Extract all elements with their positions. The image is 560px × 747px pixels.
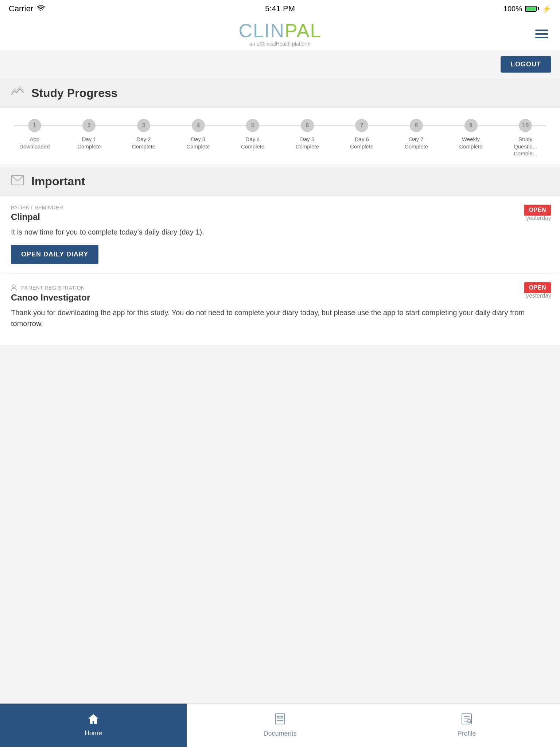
svg-rect-6 (277, 720, 283, 721)
step-2: 2 Day 1Complete (62, 119, 117, 150)
step-label-3: Day 2Complete (132, 136, 155, 150)
open-badge-1: OPEN (524, 205, 551, 216)
step-3: 3 Day 2Complete (116, 119, 171, 150)
timeline-track: 1 AppDownloaded 2 Day 1Complete 3 Day 2C… (7, 119, 553, 157)
step-circle-10: 10 (519, 119, 532, 132)
battery-percentage: 100% (503, 5, 522, 13)
message-card-2: OPEN PATIENT REGISTRATION Canoo Investig… (0, 274, 560, 345)
message-time-1: yesterday (526, 215, 551, 221)
step-label-6: Day 5Complete (296, 136, 319, 150)
step-circle-2: 2 (82, 119, 96, 132)
important-section: Important OPEN PATIENT REMINDER Clinpal … (0, 167, 560, 345)
step-circle-5: 5 (246, 119, 259, 132)
hamburger-line-1 (535, 30, 548, 31)
hamburger-button[interactable] (532, 27, 551, 41)
logout-bar: LOGOUT (0, 50, 560, 78)
step-7: 7 Day 6Complete (335, 119, 389, 150)
battery-icon (525, 6, 539, 12)
svg-rect-4 (280, 716, 283, 717)
profile-icon (461, 713, 472, 728)
tab-home[interactable]: Home (0, 704, 187, 747)
status-carrier: Carrier (9, 4, 45, 13)
message-tag-1: PATIENT REMINDER (11, 205, 549, 210)
step-label-2: Day 1Complete (77, 136, 101, 150)
step-8: 8 Day 7Complete (389, 119, 444, 150)
home-icon (88, 713, 99, 727)
hamburger-line-3 (535, 37, 548, 38)
step-label-4: Day 3Complete (186, 136, 210, 150)
important-title: Important (31, 175, 85, 188)
tab-profile[interactable]: Profile (373, 704, 560, 747)
open-diary-button[interactable]: OPEN DAILY DIARY (11, 245, 98, 264)
step-label-7: Day 6Complete (350, 136, 373, 150)
message-sender-1: Clinpal (11, 212, 549, 222)
step-4: 4 Day 3Complete (171, 119, 226, 150)
step-label-8: Day 7Complete (405, 136, 428, 150)
message-body-2: Thank you for downloading the app for th… (11, 307, 549, 329)
step-circle-7: 7 (355, 119, 368, 132)
status-bar: Carrier 5:41 PM 100% ⚡ (0, 0, 560, 18)
logo: CLINPAL an eClinicalHealth platform (239, 21, 322, 47)
message-tag-text-2: PATIENT REGISTRATION (21, 285, 85, 291)
progress-timeline: 1 AppDownloaded 2 Day 1Complete 3 Day 2C… (0, 108, 560, 165)
tab-home-label: Home (85, 729, 102, 737)
study-progress-header: Study Progress (0, 78, 560, 108)
bolt-icon: ⚡ (542, 4, 551, 13)
important-icon (11, 175, 24, 188)
wifi-icon (37, 4, 45, 13)
step-label-5: Day 4Complete (241, 136, 264, 150)
step-label-9: WeeklyComplete (459, 136, 482, 150)
empty-content-area (0, 348, 560, 531)
step-5: 5 Day 4Complete (225, 119, 280, 150)
step-circle-1: 1 (28, 119, 41, 132)
tab-bar: Home Documents Profile (0, 703, 560, 747)
logo-pal: PAL (285, 20, 321, 41)
study-progress-title: Study Progress (31, 86, 118, 100)
message-time-2: yesterday (526, 293, 551, 299)
message-body-1: It is now time for you to complete today… (11, 227, 549, 237)
step-circle-8: 8 (410, 119, 423, 132)
step-circle-4: 4 (192, 119, 205, 132)
step-label-10: StudyQuestio...Comple... (514, 136, 537, 157)
logout-button[interactable]: LOGOUT (501, 56, 551, 73)
step-label-1: AppDownloaded (19, 136, 50, 150)
svg-rect-5 (277, 719, 283, 719)
documents-icon (275, 713, 285, 728)
tab-documents-label: Documents (263, 730, 296, 738)
study-progress-section: Study Progress 1 AppDownloaded 2 Day 1Co… (0, 78, 560, 165)
step-10: 10 StudyQuestio...Comple... (498, 119, 553, 157)
step-9: 9 WeeklyComplete (444, 119, 498, 150)
step-1: 1 AppDownloaded (7, 119, 62, 150)
logo-clin: CLIN (239, 20, 285, 41)
hamburger-line-2 (535, 33, 548, 35)
message-tag-2: PATIENT REGISTRATION (11, 285, 549, 291)
step-circle-6: 6 (301, 119, 314, 132)
status-time: 5:41 PM (265, 4, 295, 13)
progress-icon (11, 86, 24, 100)
logo-subtitle: an eClinicalHealth platform (249, 41, 310, 47)
app-header: CLINPAL an eClinicalHealth platform (0, 18, 560, 50)
carrier-text: Carrier (9, 4, 33, 13)
step-circle-9: 9 (464, 119, 478, 132)
message-tag-text-1: PATIENT REMINDER (11, 205, 63, 210)
open-badge-2: OPEN (524, 282, 551, 293)
tab-profile-label: Profile (457, 730, 476, 738)
tab-documents[interactable]: Documents (187, 704, 373, 747)
step-6: 6 Day 5Complete (280, 119, 335, 150)
logo-wordmark: CLINPAL (239, 21, 322, 40)
status-battery: 100% ⚡ (503, 4, 551, 13)
message-card-1: OPEN PATIENT REMINDER Clinpal yesterday … (0, 196, 560, 273)
step-circle-3: 3 (137, 119, 150, 132)
svg-point-1 (12, 285, 15, 288)
person-icon (11, 285, 18, 291)
important-header: Important (0, 167, 560, 196)
message-sender-2: Canoo Investigator (11, 293, 549, 303)
svg-rect-3 (277, 716, 280, 717)
